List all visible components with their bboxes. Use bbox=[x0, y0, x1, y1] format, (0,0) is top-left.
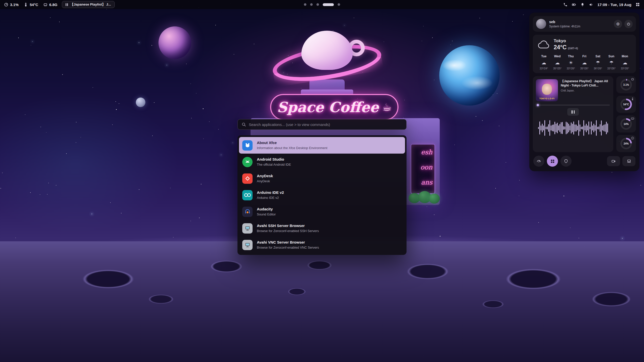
app-item-avahi-ssh[interactable]: Avahi SSH Server Browser Browse for Zero… bbox=[239, 220, 405, 237]
disk-icon bbox=[631, 137, 634, 140]
power-button[interactable] bbox=[624, 20, 633, 28]
top-bar: 3.1% 54°C 6.8G 【Japanese Playlist】 J... bbox=[0, 0, 644, 9]
cloud-icon bbox=[537, 40, 550, 49]
search-icon bbox=[242, 122, 246, 127]
thermometer-icon bbox=[631, 97, 634, 101]
settings-button[interactable]: ⚙ bbox=[614, 20, 622, 28]
display-button[interactable] bbox=[622, 156, 635, 166]
moon-surface bbox=[0, 241, 644, 362]
small-moon bbox=[136, 98, 145, 107]
temp-value: 54°C bbox=[30, 3, 38, 7]
avatar bbox=[536, 19, 546, 29]
topbar-right: 17:09 - Tue, 19 Aug bbox=[563, 3, 640, 7]
anydesk-icon bbox=[242, 173, 253, 184]
weather-icon: ☁ bbox=[578, 60, 591, 66]
gauge-value: 24% bbox=[624, 142, 629, 145]
sign-text: Space Coffee bbox=[277, 99, 379, 115]
cpu-icon bbox=[4, 3, 8, 7]
app-item-arduino[interactable]: Arduino IDE v2 Arduino IDE v2 bbox=[239, 187, 405, 203]
track-progress-bar[interactable] bbox=[536, 105, 610, 106]
shield-button[interactable] bbox=[560, 156, 572, 167]
ram-icon bbox=[631, 117, 634, 120]
volume-icon[interactable] bbox=[589, 3, 593, 7]
app-item-about-xfce[interactable]: About Xfce Information about the Xfce De… bbox=[239, 137, 405, 154]
weather-card: Tokyo 24°C (GMT+9) Tue☁33°/24° Wed☁35°/2… bbox=[533, 35, 636, 73]
now-playing-pill[interactable]: 【Japanese Playlist】 J... bbox=[62, 1, 115, 8]
workspace-dot-active[interactable] bbox=[323, 3, 334, 6]
forecast-day: Fri☁35°/26° bbox=[578, 55, 591, 70]
system-gauges: 3.1% 54°C 14% 24% bbox=[616, 76, 636, 152]
temperature-gauge: 54°C bbox=[616, 96, 636, 113]
media-player-card: TOKYO LO-FI 【Japanese Playlist】 Japan Al… bbox=[533, 76, 613, 152]
workspace-dot[interactable] bbox=[310, 3, 313, 6]
weather-timezone: (GMT+9) bbox=[568, 47, 578, 50]
performance-button[interactable] bbox=[533, 156, 544, 167]
app-name: Android Studio bbox=[257, 157, 291, 162]
notifications-bell-icon[interactable] bbox=[580, 3, 585, 7]
app-desc: The official Android IDE bbox=[257, 163, 291, 167]
app-item-avahi-vnc[interactable]: Avahi VNC Server Browser Browse for Zero… bbox=[239, 237, 405, 253]
workspace-dot[interactable] bbox=[304, 3, 306, 6]
temp-stat: 54°C bbox=[24, 3, 38, 7]
user-card: seb System Uptime: 4h11m ⚙ bbox=[533, 16, 636, 32]
forecast-day: Wed☁35°/25° bbox=[551, 55, 564, 70]
album-art: TOKYO LO-FI bbox=[536, 79, 558, 101]
forecast-day: Thu☀33°/26° bbox=[564, 55, 578, 70]
thermometer-icon bbox=[24, 3, 28, 7]
memory-gauge: 14% bbox=[616, 115, 636, 132]
search-input[interactable] bbox=[249, 122, 403, 127]
now-playing-text: 【Japanese Playlist】 J... bbox=[70, 2, 111, 7]
video-camera-icon bbox=[611, 159, 616, 164]
waveform bbox=[536, 117, 610, 139]
server-browser-icon bbox=[242, 223, 253, 234]
window-neon-text: esh bbox=[411, 145, 434, 160]
app-desc: Information about the Xfce Desktop Envir… bbox=[257, 146, 327, 150]
app-desc: Browse for Zeroconf-enabled VNC Servers bbox=[257, 246, 319, 250]
quick-actions-row bbox=[533, 155, 636, 168]
widgets-button[interactable] bbox=[547, 156, 558, 167]
xfce-mouse-icon bbox=[242, 140, 253, 151]
cpu-gauge: 3.1% bbox=[616, 76, 636, 93]
forecast-day: Sat☂36°/26° bbox=[591, 55, 605, 70]
screen-record-button[interactable] bbox=[607, 156, 620, 166]
track-title: 【Japanese Playlist】 Japan All Night - To… bbox=[561, 79, 610, 88]
progress-handle[interactable] bbox=[537, 104, 539, 106]
disk-gauge: 24% bbox=[616, 135, 636, 152]
purple-planet bbox=[158, 26, 191, 59]
weather-icon: ☁ bbox=[618, 60, 632, 66]
shield-icon bbox=[564, 159, 568, 163]
earth-planet bbox=[439, 45, 500, 106]
launcher-search-bar[interactable] bbox=[237, 119, 407, 130]
clock[interactable]: 17:09 - Tue, 19 Aug bbox=[597, 3, 631, 7]
android-studio-icon bbox=[242, 157, 253, 167]
forecast-day: Tue☁33°/24° bbox=[537, 55, 551, 70]
forecast-day: Mon☁33°/26° bbox=[618, 55, 632, 70]
album-art-character bbox=[542, 84, 552, 95]
phone-icon[interactable] bbox=[563, 3, 568, 7]
space-coffee-sign: Space Coffee ☕ bbox=[270, 94, 398, 120]
window-neon-text: oon bbox=[411, 160, 434, 175]
app-item-anydesk[interactable]: AnyDesk AnyDesk bbox=[239, 170, 405, 187]
app-name: Avahi SSH Server Browser bbox=[257, 223, 319, 228]
app-item-audacity[interactable]: Audacity Sound Editor bbox=[239, 203, 405, 220]
apps-grid-icon[interactable] bbox=[636, 3, 640, 7]
weather-icon: ☂ bbox=[591, 60, 605, 66]
weather-temp: 24°C bbox=[554, 44, 567, 51]
workspace-dot[interactable] bbox=[338, 3, 340, 6]
app-desc: Browse for Zeroconf-enabled SSH Servers bbox=[257, 229, 319, 233]
system-uptime: System Uptime: 4h11m bbox=[549, 25, 580, 28]
speedometer-icon bbox=[536, 159, 541, 164]
server-browser-icon bbox=[242, 240, 253, 250]
workspace-dot[interactable] bbox=[316, 3, 319, 6]
app-desc: AnyDesk bbox=[257, 179, 273, 183]
weather-icon: ☂ bbox=[605, 60, 618, 66]
app-item-android-studio[interactable]: Android Studio The official Android IDE bbox=[239, 154, 405, 170]
app-name: Audacity bbox=[257, 207, 276, 212]
shop-neon-window: esh oon ans bbox=[411, 144, 435, 194]
app-name: Avahi VNC Server Browser bbox=[257, 240, 319, 245]
app-name: Arduino IDE v2 bbox=[257, 190, 284, 195]
battery-icon[interactable] bbox=[572, 3, 576, 7]
app-results-list: About Xfce Information about the Xfce De… bbox=[237, 135, 407, 255]
pause-button[interactable] bbox=[567, 108, 579, 116]
gauge-value: 54°C bbox=[623, 103, 629, 106]
